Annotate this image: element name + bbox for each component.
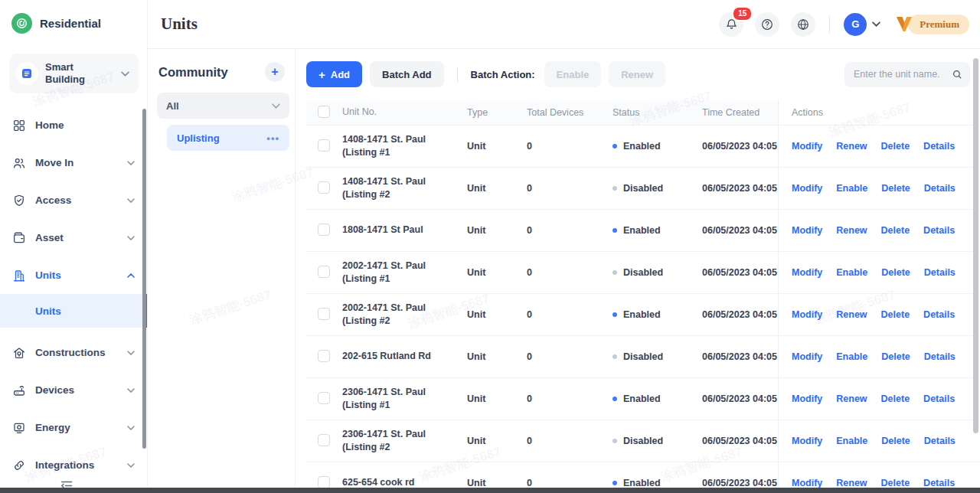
add-button[interactable]: + Add xyxy=(306,61,362,87)
delete-link[interactable]: Delete xyxy=(881,478,910,488)
row-checkbox[interactable] xyxy=(318,308,330,320)
details-link[interactable]: Details xyxy=(924,183,956,194)
delete-link[interactable]: Delete xyxy=(881,393,910,404)
chevron-up-icon xyxy=(127,273,135,278)
row-actions: ModifyRenewDeleteDetails xyxy=(778,378,980,420)
details-link[interactable]: Details xyxy=(923,225,955,236)
modify-link[interactable]: Modify xyxy=(792,436,822,446)
modify-link[interactable]: Modify xyxy=(792,351,822,362)
sidebar-scrollbar[interactable] xyxy=(142,109,146,449)
row-checkbox[interactable] xyxy=(318,181,330,194)
details-link[interactable]: Details xyxy=(923,478,955,488)
modify-link[interactable]: Modify xyxy=(792,141,822,152)
time-created: 06/05/2023 04:05 PM xyxy=(702,478,778,488)
status-dot-icon xyxy=(612,228,617,233)
sidebar-item-constructions[interactable]: Constructions xyxy=(0,334,147,371)
unit-search-input[interactable] xyxy=(854,69,947,80)
community-item-uplisting[interactable]: Uplisting••• xyxy=(167,125,289,151)
batch-enable-button[interactable]: Enable xyxy=(544,61,602,87)
modify-link[interactable]: Modify xyxy=(792,267,822,278)
chevron-down-icon xyxy=(872,21,880,27)
delete-link[interactable]: Delete xyxy=(881,309,910,320)
workspace-selector[interactable]: Smart Building xyxy=(9,54,139,93)
sidebar: Residential Smart Building HomeMove InAc… xyxy=(0,0,148,493)
total-devices: 0 xyxy=(527,141,612,152)
enable-link[interactable]: Enable xyxy=(836,267,867,278)
table-row: 625-654 cook rdUnit0Enabled06/05/2023 04… xyxy=(306,462,980,488)
delete-link[interactable]: Delete xyxy=(881,351,910,362)
batch-action-label: Batch Action: xyxy=(471,69,535,80)
row-checkbox[interactable] xyxy=(318,434,330,446)
delete-link[interactable]: Delete xyxy=(881,141,910,152)
details-link[interactable]: Details xyxy=(923,309,955,320)
sidebar-subitem-units[interactable]: Units xyxy=(0,294,147,328)
renew-link[interactable]: Renew xyxy=(836,309,867,320)
delete-link[interactable]: Delete xyxy=(881,436,910,446)
status-dot-icon xyxy=(612,144,617,149)
sidebar-item-access[interactable]: Access xyxy=(0,181,147,219)
unit-type: Unit xyxy=(467,478,527,488)
sidebar-item-home[interactable]: Home xyxy=(0,106,147,144)
chevron-down-icon xyxy=(127,161,135,165)
status-dot-icon xyxy=(612,186,617,191)
workspace-name: Smart Building xyxy=(45,61,99,87)
delete-link[interactable]: Delete xyxy=(881,225,910,236)
details-link[interactable]: Details xyxy=(924,267,956,278)
enable-link[interactable]: Enable xyxy=(836,436,867,446)
integrations-icon xyxy=(12,459,26,472)
modify-link[interactable]: Modify xyxy=(792,393,822,404)
sidebar-item-integrations[interactable]: Integrations xyxy=(0,446,147,484)
renew-link[interactable]: Renew xyxy=(836,478,867,488)
table-row: 1408-1471 St. Paul (Listing #1Unit0Enabl… xyxy=(306,126,980,168)
row-checkbox[interactable] xyxy=(318,224,330,236)
details-link[interactable]: Details xyxy=(924,351,956,362)
main-scrollbar[interactable] xyxy=(973,58,978,433)
help-button[interactable] xyxy=(755,12,779,37)
sidebar-item-move-in[interactable]: Move In xyxy=(0,144,147,181)
row-checkbox[interactable] xyxy=(318,139,330,152)
details-link[interactable]: Details xyxy=(923,393,955,404)
row-checkbox[interactable] xyxy=(318,476,330,488)
enable-link[interactable]: Enable xyxy=(836,183,867,194)
premium-badge[interactable]: Premium xyxy=(895,15,969,34)
sidebar-item-units[interactable]: Units xyxy=(0,256,147,294)
delete-link[interactable]: Delete xyxy=(881,267,910,278)
time-created: 06/05/2023 04:05 PM xyxy=(702,225,778,236)
sidebar-item-energy[interactable]: Energy xyxy=(0,409,147,446)
modify-link[interactable]: Modify xyxy=(792,225,822,236)
sidebar-item-devices[interactable]: Devices xyxy=(0,371,147,409)
chevron-down-icon xyxy=(127,198,135,203)
delete-link[interactable]: Delete xyxy=(881,183,910,194)
status: Disabled xyxy=(612,183,702,194)
notifications-button[interactable]: 15 xyxy=(719,12,743,37)
batch-renew-button[interactable]: Renew xyxy=(609,61,665,87)
add-community-button[interactable]: + xyxy=(265,62,285,82)
chevron-down-icon xyxy=(127,351,135,355)
sidebar-item-asset[interactable]: Asset xyxy=(0,219,147,256)
renew-link[interactable]: Renew xyxy=(836,225,867,236)
movein-icon xyxy=(12,156,26,170)
enable-link[interactable]: Enable xyxy=(836,351,867,362)
row-checkbox[interactable] xyxy=(318,350,330,362)
row-checkbox[interactable] xyxy=(318,266,330,278)
select-all-checkbox[interactable] xyxy=(318,106,330,118)
details-link[interactable]: Details xyxy=(924,436,956,446)
details-link[interactable]: Details xyxy=(923,141,955,152)
language-button[interactable] xyxy=(791,12,815,37)
more-icon[interactable]: ••• xyxy=(266,132,279,144)
batch-add-button[interactable]: Batch Add xyxy=(370,61,444,87)
col-total-devices: Total Devices xyxy=(527,107,612,118)
constructions-icon xyxy=(12,346,26,360)
modify-link[interactable]: Modify xyxy=(792,183,822,194)
renew-link[interactable]: Renew xyxy=(836,141,867,152)
community-filter-select[interactable]: All xyxy=(157,93,289,119)
modify-link[interactable]: Modify xyxy=(792,309,822,320)
time-created: 06/05/2023 04:05 PM xyxy=(702,183,778,194)
modify-link[interactable]: Modify xyxy=(792,478,822,488)
total-devices: 0 xyxy=(527,393,612,404)
row-checkbox[interactable] xyxy=(318,392,330,404)
unit-no: 2002-1471 St. Paul (Listing #1 xyxy=(342,260,467,286)
renew-link[interactable]: Renew xyxy=(836,393,867,404)
account-menu[interactable]: G xyxy=(844,13,880,36)
unit-no: 2306-1471 St. Paul (Listing #1 xyxy=(342,386,467,413)
